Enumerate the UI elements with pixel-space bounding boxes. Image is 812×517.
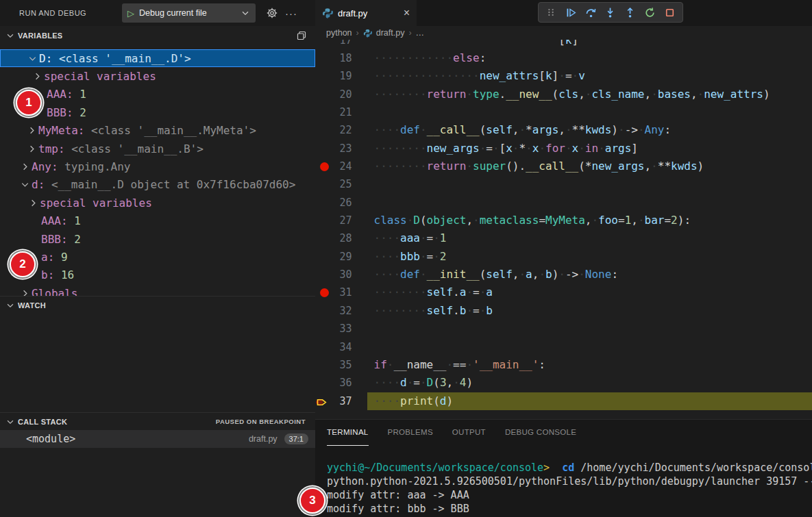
variable-name: b: [41,268,61,281]
variable-row-Any[interactable]: Any: typing.Any [0,157,315,175]
gutter[interactable]: 28 [315,229,374,247]
code-line-36[interactable]: 36····d·=·D(3,·4) [315,374,812,392]
variable-row-b[interactable]: b: 16 [0,266,315,284]
gutter[interactable]: 30 [315,266,374,283]
code-line-24[interactable]: 24········return·super().__call__(*new_a… [315,157,812,175]
gutter[interactable]: 18 [315,49,374,67]
line-number: 23 [339,140,352,157]
gutter[interactable]: 31 [315,283,374,301]
step-over-button[interactable] [582,4,599,21]
watch-section-header[interactable]: WATCH [0,296,315,314]
chevron-right-icon[interactable] [32,71,42,81]
chevron-right-icon[interactable] [19,288,30,296]
chevron-right-icon[interactable] [26,144,37,154]
variable-row-AAA[interactable]: AAA: 1 [0,212,315,230]
code-editor[interactable]: 17 [k]18············else:19·············… [315,40,812,419]
gutter[interactable]: 32 [315,302,374,320]
breadcrumb-folder[interactable]: python [326,28,352,38]
start-debug-icon[interactable]: ▷ [127,9,134,18]
open-panel-icon[interactable] [296,30,307,42]
variable-row-MyMeta[interactable]: MyMeta: <class '__main__.MyMeta'> [0,122,315,140]
code-text: ········return·super().__call__(*new_arg… [374,157,812,175]
tab-draft-py[interactable]: draft.py × [315,0,417,26]
gutter[interactable]: 19 [315,67,374,85]
gutter[interactable]: 22 [315,121,374,139]
code-line-21[interactable]: 21 [315,103,812,121]
code-line-27[interactable]: 27class·D(object,·metaclass=MyMeta,·foo=… [315,212,812,229]
chevron-down-icon[interactable] [27,53,38,64]
variables-section-header[interactable]: VARIABLES [0,26,315,45]
code-line-32[interactable]: 32········self.b·=·b [315,302,812,320]
code-line-34[interactable]: 34 [315,338,812,356]
code-line-35[interactable]: 35if·__name__·==·'__main__': [315,356,812,374]
gutter[interactable]: 25 [315,175,374,193]
variable-name: d: [32,178,51,191]
drag-grip-icon[interactable] [543,4,559,21]
gutter[interactable]: 26 [315,194,374,212]
code-line-33[interactable]: 33 [315,320,812,338]
code-line-30[interactable]: 30····def·__init__(self,·a,·b)·->·None: [315,266,812,283]
launch-config-dropdown[interactable]: ▷ Debug current file [122,3,256,23]
breadcrumb[interactable]: python › draft.py › … [315,26,812,40]
variable-row-tmp[interactable]: tmp: <class '__main__.B'> [0,140,315,157]
stop-button[interactable] [661,4,678,21]
variable-row-AAA[interactable]: AAA: 1 [0,86,315,103]
variable-row-BBB[interactable]: BBB: 2 [0,230,315,248]
restart-button[interactable] [642,4,659,21]
code-line-19[interactable]: 19················new_attrs[k]·=·v [315,67,812,85]
gutter[interactable]: 17 [315,40,374,49]
variable-name: a: [41,251,61,264]
variable-row-d[interactable]: d: <__main__.D object at 0x7f16cba07d60> [0,176,315,194]
variable-row-D[interactable]: D: <class '__main__.D'> [0,49,315,67]
panel-tab-terminal[interactable]: TERMINAL [327,420,369,446]
panel-tab-debug-console[interactable]: DEBUG CONSOLE [505,420,576,446]
gutter[interactable]: 36 [315,374,374,392]
gutter[interactable]: 37 [315,392,374,410]
panel-tab-output[interactable]: OUTPUT [452,420,486,446]
breadcrumb-file[interactable]: draft.py [376,28,405,38]
breadcrumb-symbol[interactable]: … [416,28,425,38]
breakpoint-icon[interactable] [320,162,329,171]
variable-row-a[interactable]: a: 9 [0,248,315,266]
code-line-22[interactable]: 22····def·__call__(self,·*args,·**kwds)·… [315,121,812,139]
code-line-28[interactable]: 28····aaa·=·1 [315,229,812,247]
gutter[interactable]: 34 [315,338,374,356]
continue-button[interactable] [563,4,579,21]
code-line-29[interactable]: 29····bbb·=·2 [315,248,812,266]
panel-tab-problems[interactable]: PROBLEMS [388,420,433,446]
step-out-button[interactable] [622,4,639,21]
code-line-23[interactable]: 23········new_args·=·[x·*·x·for·x·in·arg… [315,140,812,157]
code-line-31[interactable]: 31········self.a·=·a [315,283,812,301]
gutter[interactable]: 23 [315,140,374,157]
settings-gear-icon[interactable] [263,0,281,26]
gutter[interactable]: 24 [315,157,374,175]
variable-row-Globals[interactable]: Globals [0,284,315,296]
gutter[interactable]: 33 [315,320,374,338]
variable-row-BBB[interactable]: BBB: 2 [0,103,315,121]
code-line-26[interactable]: 26 [315,194,812,212]
variable-row-special-variables[interactable]: special variables [0,194,315,212]
close-icon[interactable]: × [404,7,410,19]
code-line-25[interactable]: 25 [315,175,812,193]
gutter[interactable]: 21 [315,103,374,121]
terminal-output[interactable]: yychi@~/Documents/workspace/console> cd … [327,461,812,516]
gutter[interactable]: 27 [315,212,374,229]
call-stack-frame-row[interactable]: <module> draft.py 37:1 [0,430,315,448]
gutter[interactable]: 35 [315,356,374,374]
variable-row-special-variables[interactable]: special variables [0,67,315,85]
call-stack-section-header[interactable]: CALL STACK PAUSED ON BREAKPOINT [0,412,315,430]
chevron-down-icon[interactable] [19,179,30,190]
step-into-button[interactable] [602,4,619,21]
gutter[interactable]: 20 [315,86,374,103]
current-line-breakpoint-icon[interactable] [316,396,329,414]
chevron-right-icon[interactable] [26,125,37,136]
code-line-18[interactable]: 18············else: [315,49,812,67]
more-actions-icon[interactable]: ··· [282,0,300,26]
gutter[interactable]: 29 [315,248,374,266]
chevron-right-icon[interactable] [19,162,30,172]
chevron-right-icon[interactable] [27,198,38,208]
code-line-20[interactable]: 20········return·type.__new__(cls,·cls_n… [315,86,812,103]
code-line-37[interactable]: 37····print(d) [315,392,812,410]
breakpoint-icon[interactable] [320,288,329,297]
code-line-17[interactable]: 17 [k] [315,40,812,49]
